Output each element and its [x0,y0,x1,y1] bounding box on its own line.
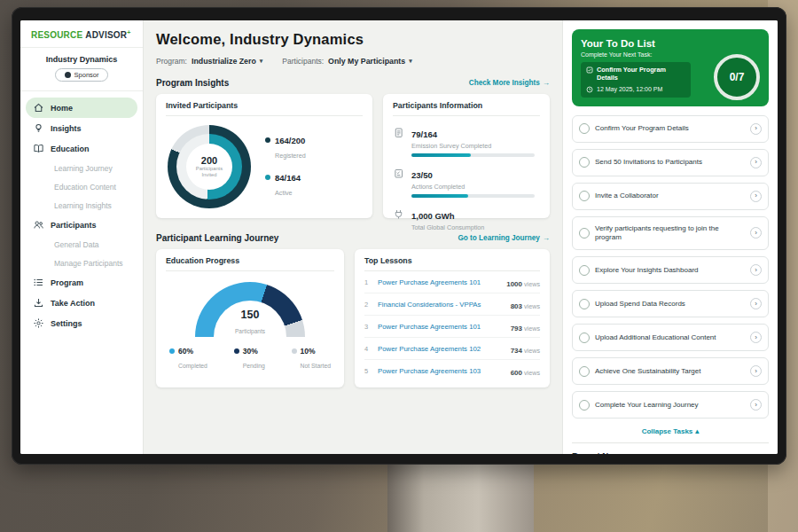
brand-resource: RESOURCE [31,30,82,40]
todo-item[interactable]: Confirm Your Program Details › [572,115,769,143]
gauge-center: 150 Participants [195,309,305,337]
sidebar-item-learning-journey[interactable]: Learning Journey [26,159,137,177]
donut-legend: 164/200Registered 84/164Active [265,136,306,199]
collapse-tasks-button[interactable]: Collapse Tasks ▴ [637,426,705,436]
todo-item[interactable]: Upload Additional Educational Content › [572,324,769,351]
todo-item[interactable]: Achieve One Sustainability Target › [572,357,769,385]
sidebar-item-label: Settings [51,319,82,328]
todo-item[interactable]: Explore Your Insights Dashboard › [572,256,769,284]
checklist-icon [393,166,404,198]
lesson-row: 2 Financial Considerations - VPPAs 803vi… [364,293,540,316]
due-date: 12 May 2025, 12:00 PM [597,86,662,92]
chevron-right-icon[interactable]: › [750,298,762,309]
sidebar-item-learning-insights[interactable]: Learning Insights [26,196,137,215]
filters-row: Program: Industrialize Zero ▾ Participan… [156,57,550,66]
task-checkbox[interactable] [579,366,590,377]
chevron-right-icon[interactable]: › [750,332,762,343]
task-checkbox[interactable] [579,191,590,201]
book-icon [33,143,44,154]
sidebar-item-participants[interactable]: Participants [26,215,137,235]
legend-item-completed: 60%Completed [169,347,207,372]
card-title: Invited Participants [166,101,363,116]
legend-dot [292,348,297,354]
lesson-link[interactable]: Power Purchase Agreements 101 [378,323,505,331]
clock-icon [586,86,593,93]
invited-donut-chart: 200 Participants Invited [168,125,251,208]
education-progress-card: Education Progress 150 Participants 60%C… [156,249,344,387]
gear-icon [33,317,44,329]
donut-center: 200 Participants Invited [186,144,232,190]
todo-item[interactable]: Upload Spend Data Records › [572,290,769,317]
todo-summary-card: Your To Do List Complete Your Next Task:… [572,29,769,106]
progress-bar [411,194,535,198]
todo-panel: Your To Do List Complete Your Next Task:… [562,20,778,454]
todo-item[interactable]: Send 50 Invitations to Participants › [572,149,769,176]
org-name: Industry Dynamics [27,55,136,64]
arrow-right-icon: → [543,234,550,242]
todo-item[interactable]: Invite a Collaborator › [572,183,769,210]
lesson-link[interactable]: Financial Considerations - VPPAs [378,301,505,309]
sidebar-item-settings[interactable]: Settings [26,313,137,333]
program-insights-header: Program Insights Check More Insights → [156,78,550,88]
lesson-row: 4 Power Purchase Agreements 102 734views [364,338,540,360]
learning-journey-header: Participant Learning Journey Go to Learn… [156,233,550,243]
sidebar-item-home[interactable]: Home [26,98,137,118]
chevron-down-icon: ▾ [409,58,412,65]
chevron-up-icon: ▴ [695,427,699,435]
check-more-insights-link[interactable]: Check More Insights → [469,79,550,87]
task-checkbox[interactable] [579,123,590,134]
todo-item[interactable]: Verify participants requesting to join t… [572,216,769,251]
lesson-link[interactable]: Power Purchase Agreements 101 [378,278,500,286]
task-checkbox[interactable] [579,332,590,343]
chevron-right-icon[interactable]: › [750,157,762,168]
chevron-right-icon[interactable]: › [750,123,762,135]
sidebar-item-education-content[interactable]: Education Content [26,177,137,196]
participants-select[interactable]: Only My Participants ▾ [328,57,412,66]
lightbulb-icon [33,122,44,134]
top-lessons-card: Top Lessons 1 Power Purchase Agreements … [355,249,550,387]
chevron-right-icon[interactable]: › [750,264,762,276]
program-select[interactable]: Industrialize Zero ▾ [192,57,262,66]
sidebar-item-manage-participants[interactable]: Manage Participants [26,254,137,272]
task-checkbox[interactable] [579,400,590,411]
stat-emission-survey: 79/164 Emission Survey Completed [393,125,540,157]
chevron-right-icon[interactable]: › [750,191,762,202]
legend-dot [265,137,270,143]
sidebar-item-insights[interactable]: Insights [26,118,137,138]
education-gauge-chart: 150 Participants [195,282,305,337]
monitor-stand [387,462,534,532]
legend-dot [169,348,175,354]
sidebar-item-label: Home [51,104,73,113]
task-checkbox[interactable] [579,157,590,168]
task-checkbox[interactable] [579,228,590,239]
sidebar-item-program[interactable]: Program [26,272,137,293]
chevron-right-icon[interactable]: › [750,399,762,411]
lesson-row: 5 Power Purchase Agreements 103 600views [364,360,540,381]
todo-task-list: Confirm Your Program Details › Send 50 I… [572,115,769,419]
task-checkbox[interactable] [579,299,590,309]
section-title: Program Insights [156,78,229,88]
task-checkbox[interactable] [579,265,590,276]
sidebar-item-take-action[interactable]: Take Action [26,293,137,313]
chevron-down-icon: ▾ [260,58,263,65]
todo-title: Your To Do List [581,38,760,49]
sidebar-item-general-data[interactable]: General Data [26,235,137,254]
arrow-right-icon: → [543,79,550,87]
page-title: Welcome, Industry Dynamics [156,31,550,48]
lesson-link[interactable]: Power Purchase Agreements 103 [378,367,505,375]
sidebar-item-label: Program [51,278,83,287]
legend-item-not-started: 10%Not Started [292,347,331,372]
sidebar-item-label: Manage Participants [54,259,123,268]
card-title: Top Lessons [364,256,540,271]
lesson-link[interactable]: Power Purchase Agreements 102 [378,345,505,353]
recent-news-title: Recent News [572,442,769,454]
card-title: Education Progress [166,256,334,271]
survey-icon [393,125,404,157]
sidebar-item-education[interactable]: Education [26,138,137,159]
chevron-right-icon[interactable]: › [750,227,762,239]
stat-global-consumption: 1,000 GWh Total Global Consumption [393,207,540,235]
todo-item[interactable]: Complete Your Learning Journey › [572,391,769,419]
chevron-right-icon[interactable]: › [750,365,762,377]
go-to-learning-journey-link[interactable]: Go to Learning Journey → [458,234,550,242]
sponsor-badge[interactable]: Sponsor [55,68,109,82]
